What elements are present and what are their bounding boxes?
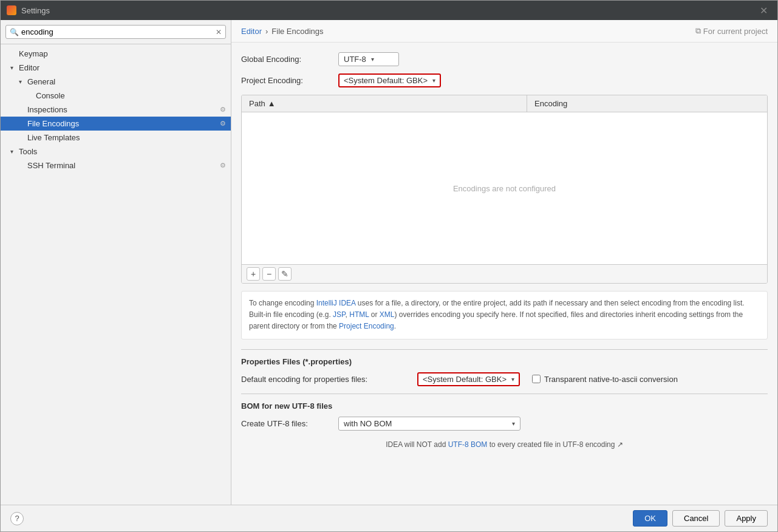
remove-icon: − (267, 269, 271, 279)
global-encoding-row: Global Encoding: UTF-8 ▾ (241, 52, 768, 66)
create-utf8-label: Create UTF-8 files: (241, 419, 338, 428)
arrow-icon: ▾ (10, 148, 19, 155)
add-button[interactable]: + (247, 267, 260, 281)
sidebar-item-label: Keymap (19, 49, 226, 58)
default-encoding-row: Default encoding for properties files: <… (241, 372, 768, 386)
properties-section: Properties Files (*.properties) Default … (241, 357, 768, 386)
breadcrumb-path: Editor › File Encodings (241, 27, 324, 36)
sidebar-item-tools[interactable]: ▾ Tools (1, 145, 231, 159)
dropdown-arrow: ▾ (512, 420, 515, 427)
html-link[interactable]: HTML (349, 310, 369, 319)
project-encoding-row: Project Encoding: <System Default: GBK> … (241, 73, 768, 87)
global-encoding-dropdown[interactable]: UTF-8 ▾ (338, 52, 399, 66)
clear-icon[interactable]: ✕ (216, 28, 222, 36)
sidebar-item-label: Inspections (27, 105, 220, 114)
dialog-title: Settings (21, 6, 756, 15)
search-input-wrap: 🔍 encoding ✕ (5, 25, 226, 39)
sidebar-item-console[interactable]: Console (1, 89, 231, 103)
gear-icon: ⚙ (220, 106, 226, 114)
sidebar: 🔍 encoding ✕ Keymap ▾ Editor ▾ (1, 20, 231, 505)
help-button[interactable]: ? (10, 512, 24, 525)
bom-note-suffix: to every created file in UTF-8 encoding (490, 440, 615, 449)
sidebar-item-ssh-terminal[interactable]: SSH Terminal ⚙ (1, 159, 231, 172)
col-path-label: Path (249, 99, 265, 108)
default-encoding-label: Default encoding for properties files: (241, 375, 417, 384)
search-input[interactable]: encoding (21, 27, 216, 36)
arrow-icon (19, 106, 27, 113)
footer-right: OK Cancel Apply (633, 510, 768, 527)
gear-icon: ⚙ (220, 162, 226, 169)
cancel-button[interactable]: Cancel (672, 510, 720, 527)
main-content: Editor › File Encodings ⧉ For current pr… (231, 20, 777, 505)
create-utf8-dropdown[interactable]: with NO BOM ▾ (338, 417, 520, 431)
breadcrumb-file-encodings: File Encodings (271, 27, 323, 36)
breadcrumb: Editor › File Encodings ⧉ For current pr… (231, 20, 777, 43)
bom-note-arrow: ↗ (617, 440, 623, 449)
breadcrumb-separator: › (265, 27, 268, 36)
dialog-body: 🔍 encoding ✕ Keymap ▾ Editor ▾ (1, 20, 777, 505)
bom-note: IDEA will NOT add UTF-8 BOM to every cre… (241, 438, 768, 451)
transparent-label: Transparent native-to-ascii conversion (544, 375, 678, 384)
intellij-link[interactable]: IntelliJ IDEA (316, 299, 356, 307)
sidebar-item-label: General (27, 77, 226, 86)
sort-icon: ▲ (268, 99, 276, 108)
project-encoding-dropdown[interactable]: <System Default: GBK> ▾ (338, 73, 441, 87)
transparent-checkbox-label[interactable]: Transparent native-to-ascii conversion (532, 375, 678, 384)
info-text: To change encoding IntelliJ IDEA uses fo… (241, 291, 768, 339)
divider-1 (241, 349, 768, 350)
global-encoding-value: UTF-8 (344, 55, 366, 64)
for-current-project[interactable]: ⧉ For current project (695, 26, 768, 36)
col-encoding: Encoding (527, 95, 767, 112)
sidebar-item-label: Tools (19, 147, 226, 156)
project-encoding-link[interactable]: Project Encoding (339, 322, 394, 330)
for-project-label: For current project (703, 27, 768, 36)
arrow-icon: ▾ (19, 78, 27, 85)
properties-section-title: Properties Files (*.properties) (241, 357, 768, 366)
global-encoding-label: Global Encoding: (241, 55, 338, 64)
arrow-icon: ▾ (10, 64, 19, 71)
search-icon: 🔍 (10, 28, 19, 36)
edit-button[interactable]: ✎ (278, 267, 292, 281)
arrow-icon (10, 50, 19, 57)
table-header: Path ▲ Encoding (242, 95, 767, 112)
app-icon (7, 5, 16, 15)
sidebar-item-file-encodings[interactable]: File Encodings ⚙ (1, 117, 231, 131)
close-button[interactable]: ✕ (756, 4, 771, 18)
default-encoding-value: <System Default: GBK> (423, 375, 507, 384)
sidebar-item-label: Editor (19, 63, 226, 72)
arrow-icon (19, 162, 27, 169)
col-path: Path ▲ (242, 95, 527, 112)
search-box: 🔍 encoding ✕ (1, 20, 231, 44)
project-encoding-value: <System Default: GBK> (344, 76, 428, 85)
sidebar-item-inspections[interactable]: Inspections ⚙ (1, 103, 231, 117)
jsp-link[interactable]: JSP (333, 310, 345, 319)
arrow-icon (19, 134, 27, 141)
dropdown-arrow: ▾ (432, 77, 435, 84)
project-encoding-label: Project Encoding: (241, 76, 338, 85)
transparent-checkbox[interactable] (532, 375, 541, 383)
sidebar-item-editor[interactable]: ▾ Editor (1, 61, 231, 75)
encodings-table: Path ▲ Encoding Encodings are not config… (241, 95, 768, 284)
apply-button[interactable]: Apply (725, 510, 768, 527)
default-encoding-dropdown[interactable]: <System Default: GBK> ▾ (417, 372, 520, 386)
footer-left: ? (10, 512, 24, 525)
gear-icon: ⚙ (220, 120, 226, 128)
ok-button[interactable]: OK (633, 510, 667, 527)
settings-area: Global Encoding: UTF-8 ▾ Project Encodin… (231, 43, 777, 505)
xml-link[interactable]: XML (380, 310, 395, 319)
create-utf8-value: with NO BOM (344, 419, 507, 428)
table-toolbar: + − ✎ (242, 264, 767, 283)
tree: Keymap ▾ Editor ▾ General Console (1, 44, 231, 505)
sidebar-item-general[interactable]: ▾ General (1, 75, 231, 89)
divider-2 (241, 394, 768, 394)
edit-icon: ✎ (281, 269, 288, 279)
bom-section-title: BOM for new UTF-8 files (241, 401, 768, 411)
sidebar-item-live-templates[interactable]: Live Templates (1, 131, 231, 145)
remove-button[interactable]: − (262, 267, 276, 281)
sidebar-item-label: Console (36, 91, 226, 100)
sidebar-item-keymap[interactable]: Keymap (1, 47, 231, 61)
sidebar-item-label: Live Templates (27, 133, 226, 142)
utf8-bom-link[interactable]: UTF-8 BOM (448, 440, 490, 449)
arrow-icon (19, 120, 27, 127)
breadcrumb-editor[interactable]: Editor (241, 27, 262, 36)
